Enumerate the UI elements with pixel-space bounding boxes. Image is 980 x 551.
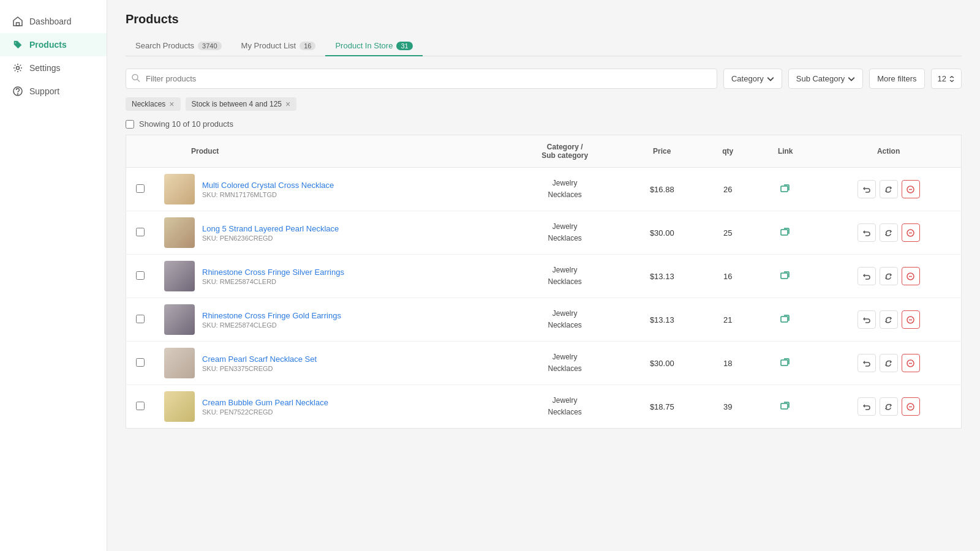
row-checkbox-1[interactable] [136,184,145,193]
svg-rect-12 [781,273,788,279]
link-cell-3 [755,255,816,298]
action-remove-6[interactable] [902,397,920,416]
search-icon [132,73,140,84]
action-return-2[interactable] [858,223,876,242]
action-return-5[interactable] [858,354,876,372]
product-sku-2: SKU: PEN6236CREGD [202,234,339,242]
product-name-6[interactable]: Cream Bubble Gum Pearl Necklace [202,398,328,407]
action-return-3[interactable] [858,267,876,285]
action-sync-3[interactable] [880,267,898,285]
filter-tag-stock-range-remove[interactable]: × [285,100,290,108]
row-checkbox-4[interactable] [136,315,145,323]
product-name-1[interactable]: Multi Colored Crystal Cross Necklace [202,181,334,190]
action-remove-3[interactable] [902,267,920,285]
sidebar-item-settings-label: Settings [29,63,61,73]
product-name-4[interactable]: Rhinestone Cross Fringe Gold Earrings [202,311,341,320]
svg-rect-18 [781,360,788,365]
select-all-checkbox[interactable] [126,120,134,129]
product-cell-5: Cream Pearl Scarf Necklace Set SKU: PEN3… [154,342,507,385]
row-checkbox-cell [126,255,155,298]
sidebar: Dashboard Products Settings Support [0,0,107,551]
search-input[interactable] [126,69,717,89]
filter-tag-necklaces-remove[interactable]: × [169,100,174,108]
filter-bar: Category Sub Category More filters 12 [126,69,962,89]
link-icon-1[interactable] [764,184,806,195]
action-cell-6 [816,385,961,429]
qty-cell-1: 26 [701,168,755,211]
tab-my-product-list[interactable]: My Product List 16 [232,36,326,56]
action-sync-1[interactable] [880,180,898,198]
link-icon-2[interactable] [764,227,806,238]
product-sku-3: SKU: RME25874CLERD [202,278,344,285]
svg-rect-6 [781,186,788,192]
link-icon-6[interactable] [764,401,806,412]
table-row: Multi Colored Crystal Cross Necklace SKU… [126,168,962,211]
sidebar-item-support-label: Support [29,86,59,96]
link-icon-5[interactable] [764,358,806,369]
main-content: Products Search Products 3740 My Product… [107,0,980,551]
tab-product-in-store-count: 31 [396,42,412,50]
action-sync-2[interactable] [880,223,898,242]
qty-cell-6: 39 [701,385,755,429]
category-cell-5: JewelryNecklaces [507,342,624,385]
product-cell-2: Long 5 Strand Layered Pearl Necklace SKU… [154,211,507,255]
action-sync-5[interactable] [880,354,898,372]
table-row: Long 5 Strand Layered Pearl Necklace SKU… [126,211,962,255]
product-name-2[interactable]: Long 5 Strand Layered Pearl Necklace [202,224,339,233]
svg-point-4 [132,74,138,80]
tab-search-products[interactable]: Search Products 3740 [126,36,232,56]
action-remove-5[interactable] [902,354,920,372]
page-size-selector[interactable]: 12 [931,69,962,89]
sidebar-item-products[interactable]: Products [0,33,107,56]
product-cell-4: Rhinestone Cross Fringe Gold Earrings SK… [154,298,507,342]
link-cell-4 [755,298,816,342]
product-image-5 [164,348,195,378]
product-name-3[interactable]: Rhinestone Cross Fringe Silver Earrings [202,268,344,277]
link-cell-2 [755,211,816,255]
category-cell-4: JewelryNecklaces [507,298,624,342]
row-checkbox-2[interactable] [136,228,145,236]
link-icon-4[interactable] [764,314,806,325]
action-remove-2[interactable] [902,223,920,242]
table-row: Cream Pearl Scarf Necklace Set SKU: PEN3… [126,342,962,385]
tab-product-in-store[interactable]: Product In Store 31 [325,36,422,56]
action-cell-2 [816,211,961,255]
svg-rect-21 [781,403,788,409]
qty-cell-5: 18 [701,342,755,385]
action-sync-4[interactable] [880,310,898,329]
action-cell-4 [816,298,961,342]
tab-search-products-label: Search Products [135,41,194,50]
table-row: Cream Bubble Gum Pearl Necklace SKU: PEN… [126,385,962,429]
action-return-1[interactable] [858,180,876,198]
product-cell-6: Cream Bubble Gum Pearl Necklace SKU: PEN… [154,385,507,429]
action-remove-4[interactable] [902,310,920,329]
svg-rect-15 [781,317,788,322]
sidebar-item-dashboard[interactable]: Dashboard [0,10,107,33]
more-filters-button[interactable]: More filters [869,69,924,89]
category-filter-button[interactable]: Category [723,69,782,89]
action-sync-6[interactable] [880,397,898,416]
th-product: Product [154,135,507,168]
tab-my-product-list-label: My Product List [241,41,296,50]
filter-tag-necklaces: Necklaces × [126,97,181,111]
sidebar-item-support[interactable]: Support [0,80,107,103]
row-checkbox-5[interactable] [136,358,145,367]
sub-category-filter-button[interactable]: Sub Category [788,69,864,89]
th-checkbox [126,135,155,168]
action-cell-5 [816,342,961,385]
row-checkbox-6[interactable] [136,402,145,410]
link-icon-3[interactable] [764,271,806,282]
product-info-1: Multi Colored Crystal Cross Necklace SKU… [202,181,334,198]
action-return-4[interactable] [858,310,876,329]
sidebar-item-settings[interactable]: Settings [0,56,107,80]
product-name-5[interactable]: Cream Pearl Scarf Necklace Set [202,354,317,364]
action-return-6[interactable] [858,397,876,416]
th-action: Action [816,135,961,168]
product-image-6 [164,391,195,422]
action-remove-1[interactable] [902,180,920,198]
tab-search-products-count: 3740 [198,42,221,50]
svg-point-1 [17,67,20,70]
filter-tag-stock-range: Stock is between 4 and 125 × [186,97,297,111]
th-qty: qty [701,135,755,168]
row-checkbox-3[interactable] [136,271,145,280]
